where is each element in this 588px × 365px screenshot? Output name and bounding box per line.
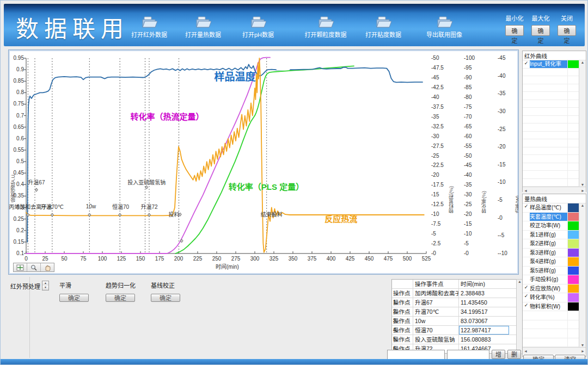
curve-list-row[interactable]: ✓反应放热(W) (523, 284, 579, 294)
toolbar-item-1[interactable]: 打开红外数据 (123, 16, 175, 39)
table-row[interactable]: 操作点410w83.073067 (392, 317, 517, 326)
curve-list-row[interactable]: 泵4进样(g) (523, 257, 579, 267)
scroll-up-icon[interactable]: ▲ (581, 60, 585, 64)
table-cell[interactable]: 恒温70 (413, 326, 459, 335)
window-control-button[interactable]: 确定 (531, 25, 550, 36)
check-icon[interactable] (523, 155, 530, 163)
preprocess-confirm-button[interactable]: 确定 (59, 294, 89, 302)
curve-label[interactable]: 泵1进样(g) (530, 231, 568, 239)
curve-label[interactable] (530, 320, 568, 329)
curve-color-swatch[interactable] (568, 179, 579, 187)
curve-label[interactable] (530, 163, 568, 171)
check-icon[interactable] (523, 249, 530, 257)
table-cell[interactable]: 操作点6 (392, 335, 413, 344)
curve-label[interactable]: 物料累积(W) (530, 302, 568, 311)
check-icon[interactable] (523, 76, 530, 84)
toolbar-item-4[interactable]: 打开颗粒度数据 (299, 16, 352, 39)
curve-label[interactable]: 泵3进样(g) (530, 249, 568, 257)
curve-label[interactable] (530, 311, 568, 320)
scroll-down-icon[interactable]: ▼ (581, 343, 585, 347)
table-row[interactable]: 操作点3升温70℃34.199517 (392, 307, 517, 317)
curve-label[interactable] (530, 139, 568, 147)
scroll-right-icon[interactable]: ► (581, 349, 585, 353)
curve-label[interactable]: 反应放热(W) (530, 284, 568, 293)
curve-color-swatch[interactable] (568, 257, 579, 266)
curve-list-row[interactable] (523, 69, 579, 77)
curve-list-row[interactable] (523, 84, 579, 92)
curve-label[interactable] (530, 123, 568, 131)
curve-color-swatch[interactable] (568, 60, 579, 68)
check-icon[interactable] (523, 147, 530, 155)
check-icon[interactable] (523, 116, 530, 123)
curve-list-row[interactable] (523, 147, 579, 156)
window-control-button[interactable]: 确定 (558, 25, 576, 36)
curve-list-row[interactable] (523, 116, 579, 124)
curve-list-row[interactable] (523, 179, 579, 187)
check-icon[interactable] (523, 139, 530, 147)
curve-color-swatch[interactable] (568, 267, 579, 275)
check-icon[interactable]: ✓ (523, 203, 530, 212)
curve-label[interactable]: 泵5进样(g) (530, 267, 568, 275)
table-cell[interactable]: 83.073067 (459, 317, 509, 325)
preprocess-confirm-button[interactable]: 确定 (151, 294, 180, 302)
curve-color-swatch[interactable] (568, 203, 579, 212)
curve-label[interactable] (530, 155, 568, 163)
check-icon[interactable] (523, 163, 530, 171)
curve-list-row[interactable] (523, 155, 579, 163)
curve-color-swatch[interactable] (568, 163, 579, 171)
check-icon[interactable] (523, 171, 530, 178)
toolbar-item-3[interactable]: 打开pH数据 (232, 16, 284, 39)
check-icon[interactable] (523, 132, 530, 139)
curve-color-swatch[interactable] (568, 213, 579, 221)
curve-list-row[interactable]: 泵2进样(g) (523, 239, 579, 249)
curve-list-row[interactable] (523, 329, 579, 338)
check-icon[interactable] (523, 179, 530, 187)
curve-label[interactable]: 校正功率(W) (530, 221, 568, 230)
ir-preprocess-stepper[interactable]: ▲ ▼ (42, 281, 49, 290)
curve-label[interactable]: Input_转化率 (530, 60, 568, 68)
table-cell[interactable]: 11.435450 (459, 298, 509, 307)
curve-label[interactable] (530, 100, 568, 108)
curve-list-row[interactable]: ✓物料累积(W) (523, 302, 579, 312)
curve-list-row[interactable] (523, 163, 579, 171)
curve-color-swatch[interactable] (568, 171, 579, 178)
preprocess-confirm-button[interactable]: 确定 (106, 294, 135, 302)
check-icon[interactable]: ✓ (523, 284, 530, 293)
table-cell[interactable]: 操作点2 (392, 298, 413, 307)
check-icon[interactable] (523, 257, 530, 266)
check-icon[interactable] (523, 320, 530, 329)
curve-label[interactable] (530, 76, 568, 84)
curve-color-swatch[interactable] (568, 302, 579, 311)
check-icon[interactable] (523, 329, 530, 338)
curve-list-row[interactable] (523, 108, 579, 116)
table-row[interactable]: 操作点2升温6711.435450 (392, 298, 517, 307)
pan-hand-tool-button[interactable] (41, 263, 54, 271)
curve-color-swatch[interactable] (568, 100, 579, 108)
check-icon[interactable]: ✓ (523, 60, 530, 68)
table-cell[interactable]: 操作点1 (392, 289, 413, 298)
check-icon[interactable] (523, 84, 530, 92)
curve-label[interactable] (530, 132, 568, 139)
curve-color-swatch[interactable] (568, 139, 579, 147)
table-cell[interactable]: 操作点3 (392, 307, 413, 316)
curve-label[interactable]: 泵4进样(g) (530, 257, 568, 266)
check-icon[interactable] (523, 231, 530, 239)
check-icon[interactable]: ✓ (523, 293, 530, 302)
table-row[interactable]: 操作点6投入亚硫酸氢钠156.080883 (392, 335, 517, 344)
curve-color-swatch[interactable] (568, 147, 579, 155)
horizontal-scrollbar[interactable]: ◄► (523, 187, 586, 194)
curve-list-row[interactable] (523, 92, 579, 100)
curve-list-row[interactable] (523, 320, 579, 330)
zoom-tool-button[interactable] (27, 263, 41, 271)
check-icon[interactable] (523, 267, 530, 275)
curve-color-swatch[interactable] (568, 84, 579, 92)
table-cell[interactable]: 升温70℃ (413, 307, 459, 316)
check-icon[interactable] (523, 221, 530, 230)
curve-color-swatch[interactable] (568, 239, 579, 248)
scroll-down-icon[interactable]: ▼ (581, 183, 585, 187)
curve-list-row[interactable] (523, 171, 579, 179)
table-cell[interactable]: 122.987417 (459, 326, 509, 335)
curve-label[interactable]: 泵2进样(g) (530, 239, 568, 248)
curve-label[interactable] (530, 92, 568, 100)
curve-label[interactable] (530, 108, 568, 115)
